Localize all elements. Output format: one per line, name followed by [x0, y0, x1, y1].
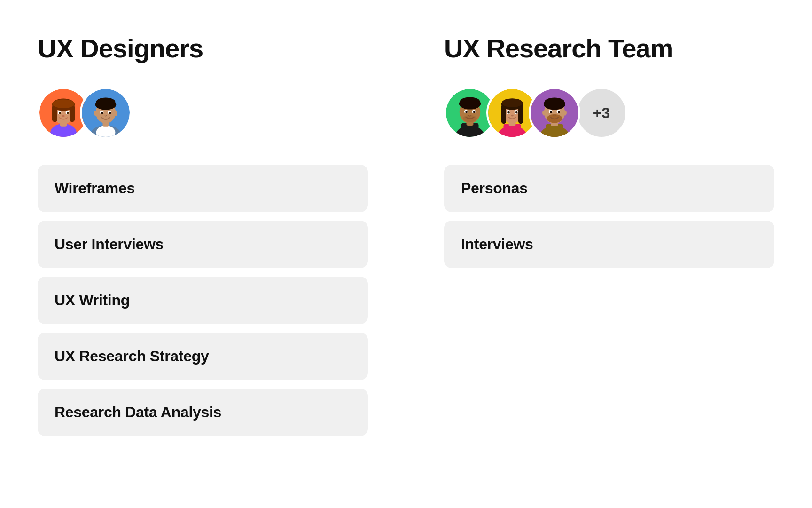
- svg-point-24: [101, 112, 103, 114]
- task-ux-research-strategy[interactable]: UX Research Strategy: [38, 333, 368, 380]
- task-interviews[interactable]: Interviews: [444, 221, 774, 268]
- svg-point-64: [550, 111, 552, 113]
- task-ux-writing[interactable]: UX Writing: [38, 277, 368, 324]
- ux-designers-avatars: [38, 87, 368, 139]
- svg-point-7: [52, 99, 75, 108]
- ux-research-avatars: +3: [444, 87, 774, 139]
- svg-point-65: [558, 111, 560, 113]
- svg-point-10: [59, 112, 61, 114]
- ux-designers-task-list: Wireframes User Interviews UX Writing UX…: [38, 165, 368, 436]
- columns-container: UX Designers: [0, 0, 812, 508]
- svg-point-58: [545, 98, 565, 107]
- task-user-interviews[interactable]: User Interviews: [38, 221, 368, 268]
- svg-point-37: [473, 111, 476, 113]
- svg-rect-45: [518, 104, 523, 124]
- svg-point-50: [515, 111, 518, 114]
- avatar-male-designer: [80, 87, 132, 139]
- svg-point-61: [563, 110, 567, 115]
- svg-point-60: [542, 110, 546, 115]
- svg-rect-6: [70, 104, 75, 122]
- svg-point-20: [94, 111, 97, 116]
- svg-rect-44: [501, 104, 506, 124]
- svg-point-19: [96, 98, 116, 107]
- ux-research-title: UX Research Team: [444, 33, 774, 64]
- svg-point-46: [502, 98, 523, 107]
- ux-designers-title: UX Designers: [38, 33, 368, 64]
- task-wireframes[interactable]: Wireframes: [38, 165, 368, 212]
- svg-point-25: [109, 112, 111, 114]
- ux-research-task-list: Personas Interviews: [444, 165, 774, 268]
- svg-point-51: [511, 115, 514, 117]
- svg-point-11: [67, 112, 69, 114]
- ux-designers-column: UX Designers: [0, 0, 406, 508]
- avatar-male-researcher-2: [529, 87, 580, 139]
- svg-point-32: [460, 97, 480, 106]
- svg-point-49: [508, 111, 510, 114]
- ux-research-column: UX Research Team: [406, 0, 812, 508]
- svg-rect-5: [52, 104, 57, 122]
- avatar-count-badge: +3: [576, 87, 627, 139]
- svg-point-12: [62, 115, 65, 117]
- task-research-data-analysis[interactable]: Research Data Analysis: [38, 389, 368, 436]
- svg-point-36: [465, 111, 468, 113]
- svg-point-21: [114, 111, 117, 116]
- task-personas[interactable]: Personas: [444, 165, 774, 212]
